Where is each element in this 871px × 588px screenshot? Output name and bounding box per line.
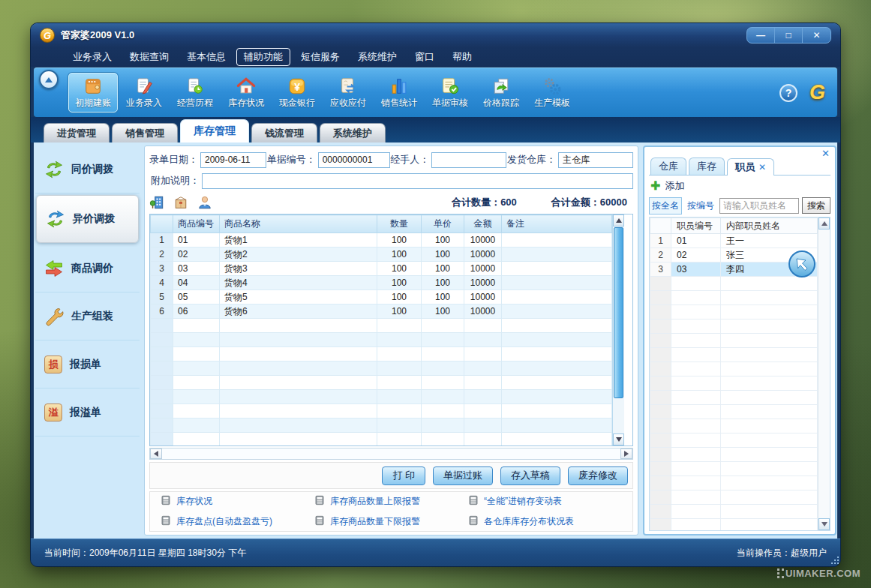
field-input-additional-note[interactable] [202,173,633,189]
field-input-order-date[interactable] [200,152,266,168]
cell[interactable] [502,304,612,319]
cell[interactable]: 10000 [464,290,502,304]
panel-close-icon[interactable]: ✕ [821,148,830,159]
mini-building-button[interactable] [149,195,164,210]
cell[interactable]: 货物6 [220,304,377,319]
toolbar-item-gears[interactable]: 生产模板 [527,73,577,112]
toolbar-item-yen[interactable]: ¥现金银行 [272,73,322,112]
cell[interactable]: 03 [671,262,721,277]
cell[interactable]: 10000 [464,248,502,262]
cell[interactable] [502,248,612,262]
filter-by-code[interactable]: 按编号 [685,198,716,214]
table-row[interactable]: 303货物310010010000 [151,262,612,276]
cell[interactable]: 02 [173,248,220,262]
menu-item-4[interactable]: 辅助功能 [236,48,290,66]
field-input-voucher-number[interactable] [318,152,390,168]
cell[interactable]: 100 [377,262,422,276]
cell[interactable]: 02 [671,248,721,262]
cell[interactable]: 100 [377,304,422,319]
sidebar-item-5[interactable]: 损报损单 [35,340,140,388]
cell[interactable]: 10000 [464,276,502,290]
table-row[interactable]: 101货物110010010000 [151,233,612,248]
sidebar-item-1[interactable]: 同价调拨 [35,146,140,194]
menu-item-6[interactable]: 系统维护 [350,48,404,66]
tab-1[interactable]: 进货管理 [44,123,110,142]
report-link-2[interactable]: 库存商品数量上限报警 [314,495,468,508]
table-row[interactable]: 606货物610010010000 [151,304,612,319]
cell[interactable]: 100 [422,262,464,276]
scrollbar-thumb[interactable] [614,227,623,398]
mini-box-button[interactable] [173,195,188,210]
resize-grip[interactable] [834,560,836,561]
lookup-tab-3[interactable]: 职员✕ [727,158,774,176]
sidebar-item-3[interactable]: 商品调价 [35,244,140,292]
cell[interactable]: 06 [173,304,220,319]
cell[interactable]: 100 [422,276,464,290]
field-input-shipping-warehouse[interactable] [558,152,633,168]
report-link-5[interactable]: 库存商品数量下限报警 [314,515,468,528]
post-voucher-button[interactable]: 单据过账 [433,466,493,485]
cell[interactable]: 100 [377,276,422,290]
cell[interactable]: 01 [671,234,721,248]
cell[interactable]: 10000 [464,262,502,276]
toolbar-item-doc-pencil[interactable]: 业务录入 [119,73,169,112]
scroll-right-icon[interactable] [620,448,632,459]
scroll-up-icon[interactable] [818,218,830,230]
employee-row[interactable]: 101王一 [650,234,818,248]
toolbar-item-doc-track[interactable]: 价格跟踪 [476,73,526,112]
cell[interactable]: 05 [173,290,220,304]
lookup-tab-2[interactable]: 库存 [689,158,725,175]
cell[interactable]: 100 [422,248,464,262]
field-input-handler[interactable] [431,152,506,168]
menu-item-5[interactable]: 短信服务 [293,48,347,66]
cell[interactable]: 03 [173,262,220,276]
maximize-button[interactable]: □ [775,28,803,43]
cell[interactable] [502,262,612,276]
tab-4[interactable]: 钱流管理 [251,123,317,142]
menu-item-7[interactable]: 窗口 [407,48,442,66]
menu-item-2[interactable]: 数据查询 [122,48,176,66]
cell[interactable]: 10000 [464,233,502,248]
help-icon[interactable]: ? [779,84,797,102]
cell[interactable]: 货物1 [220,233,377,248]
menu-item-3[interactable]: 基本信息 [179,48,233,66]
menu-item-1[interactable]: 业务录入 [65,48,119,66]
tab-5[interactable]: 系统维护 [320,123,386,142]
discard-changes-button[interactable]: 废弃修改 [568,466,628,485]
cell[interactable]: 100 [377,290,422,304]
scroll-down-icon[interactable] [613,434,624,446]
save-draft-button[interactable]: 存入草稿 [500,466,560,485]
menu-item-8[interactable]: 帮助 [445,48,479,66]
lookup-tab-1[interactable]: 仓库 [650,158,686,175]
cell[interactable] [502,276,612,290]
cell[interactable] [502,233,612,248]
toolbar-item-bar-chart[interactable]: 销售统计 [374,73,424,112]
filter-by-name[interactable]: 按全名 [649,197,682,214]
minimize-button[interactable]: — [747,28,775,43]
table-row[interactable]: 404货物410010010000 [151,276,612,290]
scroll-down-icon[interactable] [818,518,830,530]
report-link-1[interactable]: 库存状况 [161,495,314,508]
add-button[interactable]: ✚ 添加 [649,176,830,196]
cell[interactable]: 100 [422,304,464,319]
cell[interactable]: 货物4 [220,276,377,290]
sidebar-item-2[interactable]: 异价调拨 [36,195,139,243]
collapse-toolbar-button[interactable] [39,70,59,89]
scroll-left-icon[interactable] [150,448,162,459]
mini-person-button[interactable] [197,195,212,210]
cell[interactable]: 货物2 [220,248,377,262]
scroll-up-icon[interactable] [613,214,624,226]
cell[interactable]: 04 [173,276,220,290]
search-button[interactable]: 搜索 [802,197,830,214]
cell[interactable]: 王一 [721,234,818,248]
cell[interactable]: 01 [173,233,220,248]
toolbar-item-doc-arrows[interactable]: 应收应付 [323,73,373,112]
sidebar-item-6[interactable]: 溢报溢单 [35,388,140,436]
table-row[interactable]: 202货物210010010000 [151,248,612,262]
toolbar-item-ledger[interactable]: 初期建账 [68,73,118,112]
report-link-3[interactable]: “全能”进销存变动表 [468,495,622,508]
cell[interactable]: 100 [422,233,464,248]
toolbar-item-doc-clock[interactable]: 经营历程 [170,73,220,112]
table-row[interactable]: 505货物510010010000 [151,290,612,304]
tab-close-icon[interactable]: ✕ [758,162,766,172]
